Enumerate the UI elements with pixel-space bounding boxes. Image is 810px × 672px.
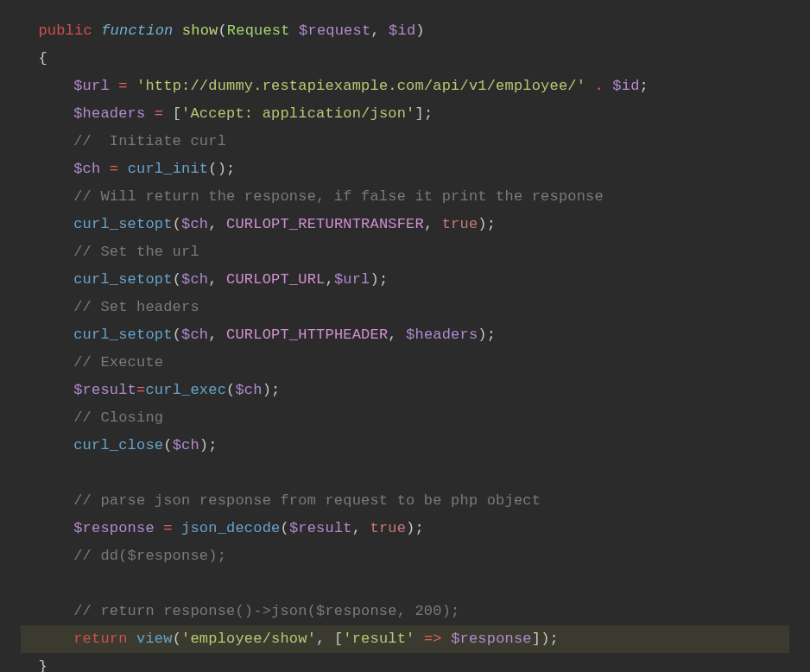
highlighted-line: return view('employee/show', ['result' =…: [21, 625, 789, 653]
fn-curl-exec: curl_exec: [145, 382, 226, 398]
comment-parse-json: // parse json response from request to b…: [73, 492, 541, 509]
fn-curl-setopt: curl_setopt: [73, 216, 172, 232]
var-ch: $ch: [73, 161, 100, 177]
keyword-function: function: [101, 22, 173, 39]
string-accept-header: 'Accept: application/json': [181, 105, 414, 122]
fn-json-decode: json_decode: [181, 520, 280, 536]
string-url: 'http://dummy.restapiexample.com/api/v1/…: [136, 78, 585, 94]
var-response: $response: [73, 520, 155, 536]
param-request: $request: [299, 22, 370, 39]
string-result-key: 'result': [343, 631, 414, 647]
fn-curl-close: curl_close: [73, 437, 163, 453]
brace-close: }: [38, 658, 47, 672]
var-headers: $headers: [73, 105, 145, 122]
comment-initiate: // Initiate curl: [73, 133, 226, 149]
var-id: $id: [612, 78, 639, 94]
fn-curl-setopt: curl_setopt: [73, 326, 172, 343]
const-httpheader: CURLOPT_HTTPHEADER: [226, 326, 388, 343]
comment-return-transfer: // Will return the response, if false it…: [73, 188, 604, 205]
var-result: $result: [73, 382, 136, 398]
function-name: show: [182, 22, 218, 39]
comment-dd: // dd($response);: [73, 548, 226, 564]
keyword-return: return: [73, 631, 127, 647]
comment-execute: // Execute: [73, 354, 163, 371]
comment-set-headers: // Set headers: [73, 299, 199, 315]
fn-curl-init: curl_init: [128, 161, 209, 177]
param-id: $id: [389, 22, 415, 39]
const-returntransfer: CURLOPT_RETURNTRANSFER: [226, 216, 424, 232]
comment-closing: // Closing: [73, 409, 163, 426]
string-view-path: 'employee/show': [181, 631, 316, 647]
fn-curl-setopt: curl_setopt: [73, 271, 172, 288]
type-request: Request: [227, 22, 290, 39]
comment-set-url: // Set the url: [73, 244, 199, 260]
var-response-ref: $response: [451, 631, 532, 647]
bool-true: true: [442, 216, 478, 232]
code-block: public function show(Request $request, $…: [0, 0, 810, 672]
keyword-public: public: [38, 22, 92, 39]
const-url: CURLOPT_URL: [226, 271, 325, 288]
var-url: $url: [73, 78, 110, 94]
comment-return-json: // return response()->json($response, 20…: [73, 603, 459, 619]
brace-open: {: [38, 50, 47, 67]
fn-view: view: [136, 631, 173, 647]
